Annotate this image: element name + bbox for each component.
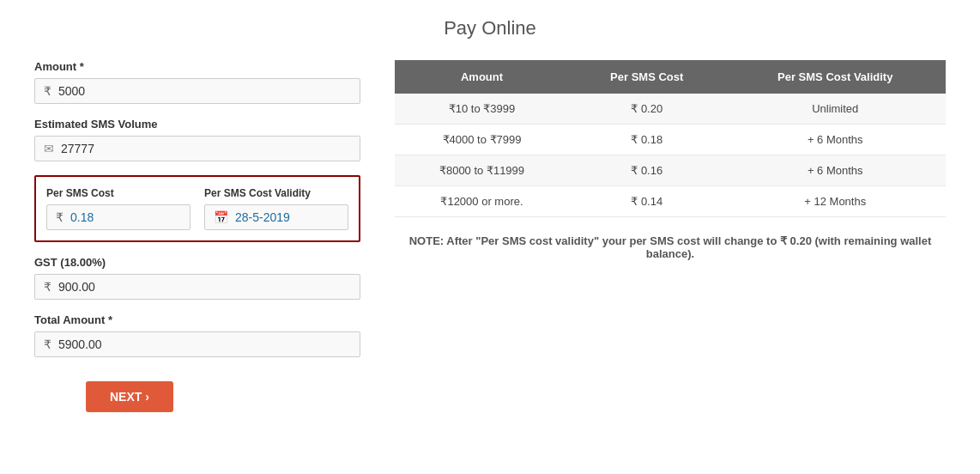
right-panel: Amount Per SMS Cost Per SMS Cost Validit…	[395, 60, 946, 260]
table-row: ₹10 to ₹3999₹ 0.20Unlimited	[395, 94, 946, 125]
sms-volume-label: Estimated SMS Volume	[34, 118, 360, 131]
note-text: NOTE: After "Per SMS cost validity" your…	[395, 234, 946, 260]
page-title: Pay Online	[34, 17, 946, 40]
amount-input-wrapper: ₹	[34, 78, 360, 104]
per-sms-validity-label: Per SMS Cost Validity	[204, 187, 348, 199]
per-sms-validity-field: Per SMS Cost Validity 📅	[204, 187, 348, 230]
table-cell: Unlimited	[724, 94, 946, 125]
per-sms-validity-input-wrapper: 📅	[204, 204, 348, 230]
table-cell: + 6 Months	[724, 155, 946, 186]
per-sms-currency: ₹	[56, 210, 64, 224]
calendar-icon: 📅	[214, 210, 228, 224]
table-cell: ₹4000 to ₹7999	[395, 125, 569, 155]
table-cell: + 12 Months	[724, 186, 946, 217]
main-layout: Amount * ₹ Estimated SMS Volume ✉ Per SM…	[34, 60, 946, 412]
total-input-wrapper: ₹	[34, 331, 360, 357]
email-icon: ✉	[44, 142, 54, 155]
sms-volume-input[interactable]	[61, 142, 351, 155]
total-input[interactable]	[58, 337, 351, 351]
sms-volume-input-wrapper: ✉	[34, 136, 360, 161]
table-cell: ₹12000 or more.	[395, 186, 569, 217]
table-cell: ₹ 0.18	[569, 125, 724, 155]
table-row: ₹4000 to ₹7999₹ 0.18+ 6 Months	[395, 125, 946, 155]
table-cell: ₹ 0.20	[569, 94, 724, 125]
pricing-table: Amount Per SMS Cost Per SMS Cost Validit…	[395, 60, 946, 217]
amount-label: Amount *	[34, 60, 360, 73]
table-row: ₹12000 or more.₹ 0.14+ 12 Months	[395, 186, 946, 217]
per-sms-cost-input-wrapper: ₹	[46, 204, 191, 230]
table-cell: ₹10 to ₹3999	[395, 94, 569, 125]
per-sms-cost-field: Per SMS Cost ₹	[46, 187, 191, 230]
gst-label: GST (18.00%)	[34, 256, 360, 269]
per-sms-cost-input[interactable]	[70, 210, 181, 224]
per-sms-validity-input[interactable]	[235, 210, 339, 224]
next-button[interactable]: NEXT ›	[86, 381, 173, 412]
amount-input[interactable]	[58, 84, 351, 98]
gst-input-wrapper: ₹	[34, 274, 360, 300]
col-header-per-sms-cost: Per SMS Cost	[569, 60, 724, 94]
amount-currency: ₹	[44, 84, 51, 98]
table-cell: ₹ 0.14	[569, 186, 724, 217]
gst-input[interactable]	[58, 280, 351, 294]
per-sms-cost-box: Per SMS Cost ₹ Per SMS Cost Validity 📅	[34, 175, 360, 242]
table-cell: ₹8000 to ₹11999	[395, 155, 569, 186]
left-panel: Amount * ₹ Estimated SMS Volume ✉ Per SM…	[34, 60, 360, 412]
total-currency: ₹	[44, 337, 51, 351]
total-label: Total Amount *	[34, 313, 360, 326]
table-cell: ₹ 0.16	[569, 155, 724, 186]
gst-currency: ₹	[44, 280, 51, 294]
table-cell: + 6 Months	[724, 125, 946, 155]
col-header-validity: Per SMS Cost Validity	[724, 60, 946, 94]
per-sms-cost-label: Per SMS Cost	[46, 187, 191, 199]
col-header-amount: Amount	[395, 60, 569, 94]
table-row: ₹8000 to ₹11999₹ 0.16+ 6 Months	[395, 155, 946, 186]
